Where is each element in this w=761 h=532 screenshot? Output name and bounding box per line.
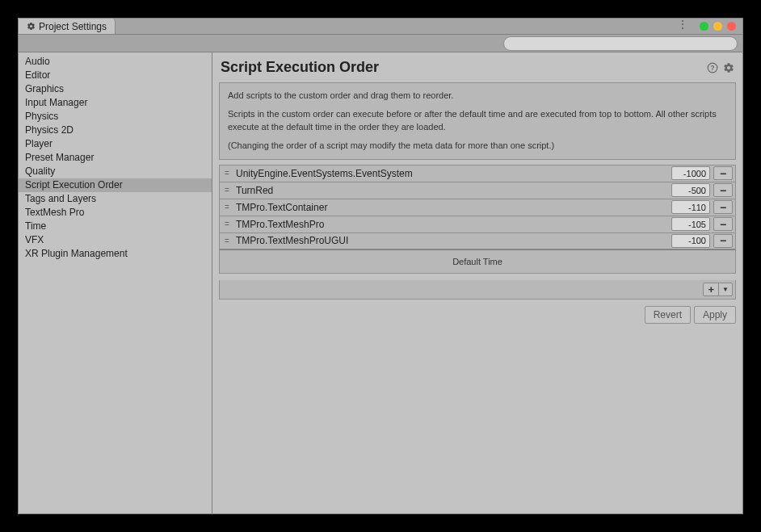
- titlebar-spacer: [116, 19, 672, 34]
- sidebar-item-preset-manager[interactable]: Preset Manager: [19, 151, 212, 165]
- info-box: Add scripts to the custom order and drag…: [219, 82, 736, 160]
- window-menu-button[interactable]: ⋮: [672, 19, 693, 34]
- script-list: =UnityEngine.EventSystems.EventSystem−=T…: [219, 165, 736, 249]
- tab-project-settings[interactable]: Project Settings: [19, 19, 116, 34]
- remove-script-button[interactable]: −: [713, 234, 733, 248]
- sidebar-item-physics-2d[interactable]: Physics 2D: [19, 124, 212, 137]
- drag-handle-icon[interactable]: =: [220, 203, 234, 212]
- footer-buttons: Revert Apply: [219, 306, 736, 324]
- script-row[interactable]: =TMPro.TextMeshPro−: [219, 216, 736, 232]
- settings-icon[interactable]: [723, 62, 734, 73]
- script-order-input[interactable]: [671, 217, 710, 231]
- main-header: Script Execution Order ?: [219, 57, 736, 82]
- revert-button[interactable]: Revert: [645, 306, 691, 324]
- default-time-row: Default Time: [219, 249, 736, 274]
- search-input[interactable]: [503, 36, 738, 51]
- script-name: TMPro.TextMeshProUGUI: [234, 235, 671, 246]
- sidebar-item-graphics[interactable]: Graphics: [19, 82, 212, 96]
- toolbar: [19, 35, 742, 52]
- add-script-button[interactable]: + ▼: [703, 283, 733, 296]
- gear-icon: [27, 22, 36, 31]
- sidebar: AudioEditorGraphicsInput ManagerPhysicsP…: [19, 52, 212, 513]
- drag-handle-icon[interactable]: =: [220, 186, 234, 195]
- search-wrap: [503, 36, 738, 51]
- svg-text:?: ?: [711, 64, 715, 71]
- content: AudioEditorGraphicsInput ManagerPhysicsP…: [19, 52, 742, 513]
- script-row[interactable]: =TurnRed−: [219, 182, 736, 199]
- script-name: UnityEngine.EventSystems.EventSystem: [234, 168, 671, 179]
- apply-button[interactable]: Apply: [694, 306, 736, 324]
- sidebar-item-script-execution-order[interactable]: Script Execution Order: [19, 178, 212, 192]
- script-row[interactable]: =TMPro.TextContainer−: [219, 199, 736, 216]
- info-text-1: Add scripts to the custom order and drag…: [228, 90, 727, 102]
- remove-script-button[interactable]: −: [713, 200, 733, 214]
- script-row[interactable]: =UnityEngine.EventSystems.EventSystem−: [219, 165, 736, 182]
- script-order-input[interactable]: [671, 200, 710, 214]
- sidebar-item-quality[interactable]: Quality: [19, 165, 212, 178]
- add-row: + ▼: [219, 280, 736, 300]
- script-name: TMPro.TextMeshPro: [234, 219, 671, 230]
- help-icon[interactable]: ?: [707, 62, 718, 73]
- script-name: TurnRed: [234, 185, 671, 196]
- sidebar-item-xr-plugin-management[interactable]: XR Plugin Management: [19, 247, 212, 261]
- remove-script-button[interactable]: −: [713, 183, 733, 197]
- sidebar-item-editor[interactable]: Editor: [19, 69, 212, 82]
- script-name: TMPro.TextContainer: [234, 202, 671, 213]
- sidebar-item-vfx[interactable]: VFX: [19, 233, 212, 247]
- sidebar-item-textmesh-pro[interactable]: TextMesh Pro: [19, 206, 212, 220]
- tab-title: Project Settings: [39, 21, 107, 32]
- project-settings-window: Project Settings ⋮ AudioEditorGraphicsIn…: [18, 18, 743, 514]
- sidebar-item-audio[interactable]: Audio: [19, 55, 212, 69]
- sidebar-item-tags-and-layers[interactable]: Tags and Layers: [19, 192, 212, 206]
- dropdown-caret-icon: ▼: [719, 286, 732, 293]
- sidebar-item-input-manager[interactable]: Input Manager: [19, 96, 212, 110]
- close-button[interactable]: [727, 22, 736, 31]
- titlebar: Project Settings ⋮: [19, 19, 742, 35]
- drag-handle-icon[interactable]: =: [220, 220, 234, 228]
- page-title: Script Execution Order: [221, 59, 379, 76]
- maximize-button[interactable]: [700, 22, 708, 31]
- info-text-3: (Changing the order of a script may modi…: [228, 140, 727, 152]
- script-order-input[interactable]: [671, 183, 710, 197]
- sidebar-item-physics[interactable]: Physics: [19, 110, 212, 124]
- window-controls: [693, 19, 742, 34]
- remove-script-button[interactable]: −: [713, 217, 733, 231]
- script-order-input[interactable]: [671, 234, 710, 248]
- minimize-button[interactable]: [713, 22, 722, 31]
- main-panel: Script Execution Order ? Add scripts to …: [212, 52, 742, 513]
- info-text-2: Scripts in the custom order can execute …: [228, 108, 727, 133]
- script-order-input[interactable]: [671, 166, 710, 180]
- remove-script-button[interactable]: −: [713, 166, 733, 180]
- sidebar-item-player[interactable]: Player: [19, 137, 212, 151]
- drag-handle-icon[interactable]: =: [220, 237, 234, 245]
- sidebar-item-time[interactable]: Time: [19, 220, 212, 233]
- plus-icon: +: [704, 283, 719, 295]
- script-row[interactable]: =TMPro.TextMeshProUGUI−: [219, 232, 736, 249]
- drag-handle-icon[interactable]: =: [220, 169, 234, 178]
- header-icons: ?: [707, 62, 734, 73]
